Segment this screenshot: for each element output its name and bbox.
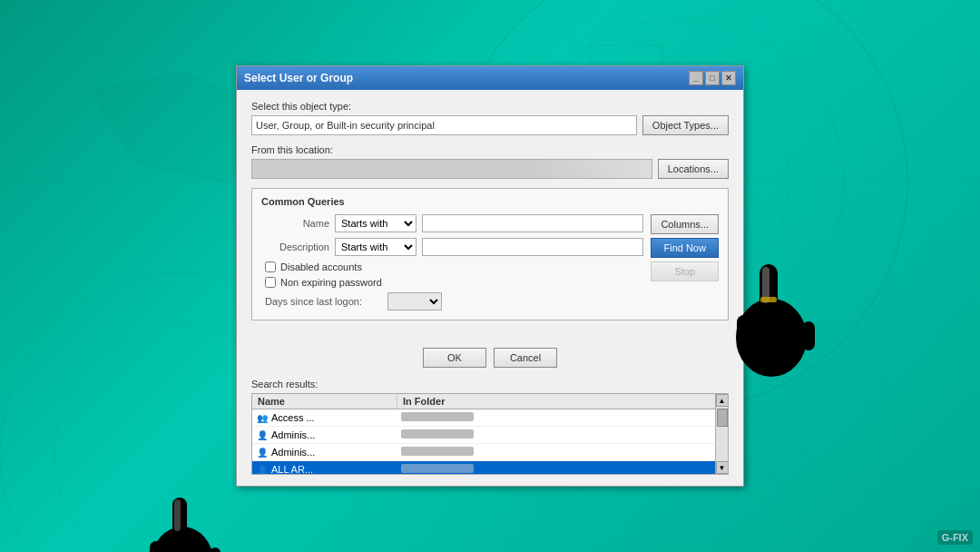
object-type-label: Select this object type: — [251, 101, 729, 112]
name-value-input[interactable] — [422, 214, 643, 232]
search-results-label: Search results: — [251, 379, 729, 389]
scrollbar-down-button[interactable]: ▼ — [716, 461, 729, 474]
blurred-folder — [401, 447, 474, 456]
close-button[interactable]: ✕ — [721, 71, 736, 85]
name-criteria-select[interactable]: Starts with — [335, 214, 416, 232]
watermark: G-FIX — [937, 530, 973, 545]
object-types-button[interactable]: Object Types... — [642, 115, 729, 135]
cancel-button[interactable]: Cancel — [494, 348, 557, 368]
scrollbar-thumb[interactable] — [717, 409, 728, 427]
location-input[interactable] — [251, 159, 652, 179]
common-queries-title: Common Queries — [261, 196, 719, 207]
blurred-folder — [401, 412, 474, 421]
locations-button[interactable]: Locations... — [658, 159, 729, 179]
blurred-folder — [401, 429, 474, 439]
days-logon-label: Days since last logon: — [265, 296, 383, 307]
columns-button[interactable]: Columns... — [651, 214, 719, 234]
blurred-folder — [401, 464, 474, 473]
dialog-titlebar: Select User or Group _ □ ✕ — [237, 66, 743, 90]
results-folder-header: In Folder — [397, 394, 715, 409]
desc-criteria-select[interactable]: Starts with — [335, 238, 416, 256]
maximize-button[interactable]: □ — [705, 71, 720, 85]
non-expiring-checkbox[interactable] — [265, 277, 276, 288]
days-logon-row: Days since last logon: — [261, 292, 643, 310]
result-folder-cell — [397, 410, 715, 425]
name-label: Name — [261, 218, 329, 229]
stop-button[interactable]: Stop — [651, 261, 719, 281]
disabled-accounts-label[interactable]: Disabled accounts — [280, 261, 362, 272]
titlebar-buttons: _ □ ✕ — [689, 71, 736, 85]
minimize-button[interactable]: _ — [689, 71, 703, 85]
table-row[interactable]: 👤 Adminis... — [252, 444, 715, 461]
dialog-footer: OK Cancel — [237, 340, 743, 379]
user-icon: 👤 — [256, 463, 269, 474]
search-results-section: Search results: Name In Folder 👥 Access … — [237, 379, 743, 486]
results-scroll: Name In Folder 👥 Access ... — [251, 393, 729, 475]
table-row[interactable]: 👤 ALL AR... — [252, 461, 715, 474]
location-label: From this location: — [251, 144, 729, 155]
result-folder-cell — [397, 445, 715, 459]
result-folder-cell — [397, 462, 715, 474]
days-logon-select[interactable] — [387, 292, 442, 310]
group-icon: 👥 — [256, 411, 269, 424]
result-name-cell: 👤 ALL AR... — [252, 461, 397, 474]
object-type-row: Object Types... — [251, 115, 729, 135]
location-row: Locations... — [251, 159, 729, 179]
dialog-body: Select this object type: Object Types...… — [237, 90, 743, 340]
table-row[interactable]: 👥 Access ... — [252, 409, 715, 427]
result-name-cell: 👤 Adminis... — [252, 444, 397, 460]
select-user-dialog: Select User or Group _ □ ✕ Select this o… — [236, 65, 744, 487]
ok-button[interactable]: OK — [423, 348, 486, 368]
common-queries-groupbox: Common Queries Name Starts with — [251, 188, 729, 320]
result-folder-cell — [397, 428, 715, 442]
results-content: Name In Folder 👥 Access ... — [252, 394, 715, 474]
non-expiring-label[interactable]: Non expiring password — [280, 277, 382, 288]
results-header: Name In Folder — [252, 394, 715, 409]
name-row: Name Starts with — [261, 214, 643, 232]
svg-line-12 — [771, 272, 907, 409]
results-name-header: Name — [252, 394, 397, 409]
result-name-cell: 👤 Adminis... — [252, 427, 397, 443]
table-row[interactable]: 👤 Adminis... — [252, 427, 715, 444]
scrollbar-up-button[interactable]: ▲ — [716, 394, 729, 407]
disabled-accounts-checkbox[interactable] — [265, 261, 276, 272]
desc-value-input[interactable] — [422, 238, 643, 256]
svg-point-13 — [744, 381, 889, 527]
user-icon: 👤 — [256, 446, 269, 458]
result-name-cell: 👥 Access ... — [252, 409, 397, 426]
find-now-button[interactable]: Find Now — [651, 238, 719, 258]
description-label: Description — [261, 242, 329, 252]
dialog-title: Select User or Group — [244, 72, 353, 84]
query-fields: Name Starts with Description Starts with — [261, 214, 643, 310]
dialog-wrapper: Select User or Group _ □ ✕ Select this o… — [236, 65, 744, 487]
object-type-input[interactable] — [251, 115, 637, 135]
non-expiring-row: Non expiring password — [261, 277, 643, 288]
description-row: Description Starts with — [261, 238, 643, 256]
disabled-accounts-row: Disabled accounts — [261, 261, 643, 272]
right-buttons: Columns... Find Now Stop — [651, 214, 719, 310]
query-area: Name Starts with Description Starts with — [261, 214, 719, 310]
results-scrollbar: ▲ ▼ — [715, 394, 728, 474]
user-icon: 👤 — [256, 429, 269, 441]
